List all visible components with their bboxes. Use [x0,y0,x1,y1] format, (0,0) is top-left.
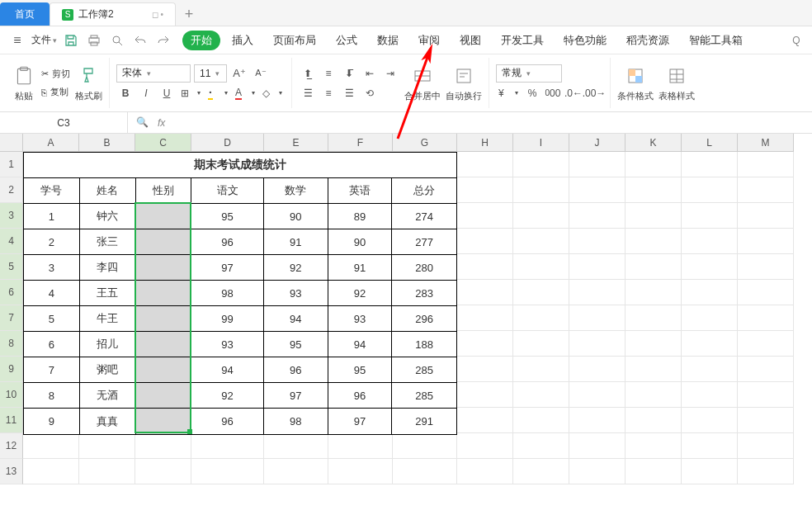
table-header[interactable]: 英语 [328,178,393,204]
cell[interactable] [457,408,513,433]
indent-increase-button[interactable]: ⇥ [381,64,399,83]
cell[interactable] [626,254,682,280]
cell[interactable] [569,357,626,382]
phonetic-button[interactable]: ◇▾ [260,84,285,102]
cell[interactable] [738,459,794,484]
table-cell[interactable]: 280 [392,255,456,281]
cell[interactable] [513,357,569,382]
currency-button[interactable]: ¥▾ [496,84,521,102]
cell[interactable] [457,382,513,408]
cell[interactable] [626,305,682,331]
cell[interactable] [191,459,264,484]
cell[interactable] [513,203,569,229]
table-cell[interactable]: 张三 [80,229,136,255]
col-header-F[interactable]: F [328,134,393,152]
table-cell[interactable]: 93 [328,306,393,332]
table-cell[interactable]: 4 [24,281,80,306]
cell[interactable] [738,229,794,254]
tab-home[interactable]: 首页 [0,2,50,26]
cell[interactable] [513,305,569,331]
tab-workbook[interactable]: S 工作簿2 ◻ • [50,2,176,26]
align-top-button[interactable]: ⬆̲ [299,64,317,83]
col-header-I[interactable]: I [513,134,569,152]
row-header-5[interactable]: 5 [0,254,23,280]
cell[interactable] [513,331,569,357]
italic-button[interactable]: I [137,84,155,102]
row-header-2[interactable]: 2 [0,177,23,203]
menu-review[interactable]: 审阅 [410,31,448,50]
table-cell[interactable]: 97 [191,255,264,281]
cell[interactable] [569,331,626,357]
col-header-A[interactable]: A [23,134,79,152]
number-format-select[interactable]: 常规▾ [496,64,562,83]
col-header-C[interactable]: C [135,134,191,152]
cell[interactable] [626,203,682,229]
table-cell[interactable] [136,409,192,434]
col-header-E[interactable]: E [264,134,328,152]
col-header-M[interactable]: M [738,134,794,152]
table-cell[interactable]: 98 [191,281,264,306]
table-cell[interactable] [136,281,192,306]
fill-color-button[interactable]: 🞍▾ [205,84,230,102]
cell[interactable] [738,433,794,459]
cell[interactable] [738,331,794,357]
cell[interactable] [513,280,569,305]
cell[interactable] [135,459,191,484]
preview-icon[interactable] [108,31,126,50]
table-cell[interactable]: 94 [191,357,264,383]
table-cell[interactable]: 99 [191,306,264,332]
cell[interactable] [79,433,135,459]
cut-button[interactable]: ✂剪切 [41,66,70,83]
table-cell[interactable]: 96 [191,409,264,434]
cell[interactable] [569,408,626,433]
row-header-1[interactable]: 1 [0,152,23,177]
menu-docer[interactable]: 稻壳资源 [618,31,677,50]
table-cell[interactable]: 296 [392,306,456,332]
cell[interactable] [682,331,738,357]
table-cell[interactable]: 188 [392,332,456,357]
table-cell[interactable]: 李四 [80,255,136,281]
col-header-B[interactable]: B [79,134,135,152]
cell[interactable] [738,203,794,229]
menu-smarttool[interactable]: 智能工具箱 [681,31,751,50]
cell[interactable] [682,305,738,331]
menu-special[interactable]: 特色功能 [555,31,615,50]
table-header[interactable]: 总分 [392,178,456,204]
menu-pagelayout[interactable]: 页面布局 [265,31,324,50]
cell[interactable] [738,152,794,177]
underline-button[interactable]: U [158,84,176,102]
cell[interactable] [513,254,569,280]
table-cell[interactable]: 96 [328,383,393,409]
copy-button[interactable]: ⎘复制 [41,84,70,101]
col-header-L[interactable]: L [682,134,738,152]
cell[interactable] [457,254,513,280]
table-header[interactable]: 语文 [191,178,264,204]
cell[interactable] [682,408,738,433]
table-cell[interactable]: 王五 [80,281,136,306]
cell[interactable] [569,254,626,280]
table-cell[interactable]: 9 [24,409,80,434]
table-cell[interactable] [136,204,192,229]
col-header-D[interactable]: D [191,134,264,152]
menu-formula[interactable]: 公式 [328,31,366,50]
cell[interactable] [626,433,682,459]
table-cell[interactable] [136,383,192,409]
cell[interactable] [513,229,569,254]
table-cell[interactable]: 277 [392,229,456,255]
table-cell[interactable]: 91 [328,255,393,281]
align-right-button[interactable]: ☰ [340,84,358,102]
cell[interactable] [135,433,191,459]
table-cell[interactable]: 93 [264,281,328,306]
table-cell[interactable]: 95 [328,357,393,383]
table-cell[interactable]: 6 [24,332,80,357]
cell[interactable] [79,459,135,484]
cell[interactable] [23,433,79,459]
cell[interactable] [513,459,569,484]
table-cell[interactable] [136,357,192,383]
row-header-8[interactable]: 8 [0,331,23,357]
cell[interactable] [738,357,794,382]
table-cell[interactable]: 无酒 [80,383,136,409]
row-header-6[interactable]: 6 [0,280,23,305]
cell[interactable] [626,280,682,305]
table-cell[interactable]: 92 [191,383,264,409]
